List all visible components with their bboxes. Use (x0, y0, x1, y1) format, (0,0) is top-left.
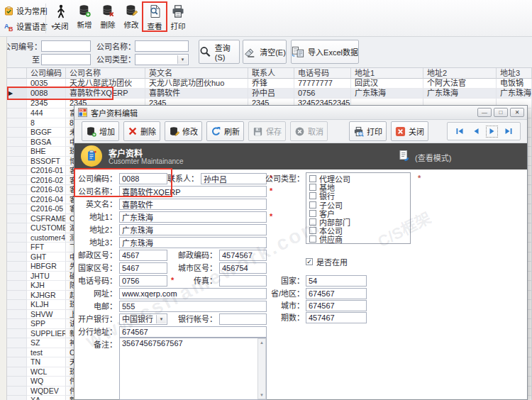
set-language-button[interactable]: AB 设置语言 ▼ (4, 21, 55, 32)
add-record-button[interactable]: 新增 (73, 2, 96, 35)
query-button[interactable]: 查询(S) (199, 40, 240, 64)
checkbox-icon[interactable] (309, 201, 316, 209)
table-row[interactable]: 0035 天龙八部武功团伙 天龙八部武功团伙huo 乔锋 77777777 回武… (7, 79, 532, 89)
table-row-selected[interactable]: ▶ 0088 喜鹊软件XQERP 喜鹊软件 孙中吕 0756 广东珠海 广东珠海… (7, 89, 532, 99)
scroll-down-icon[interactable]: ▼ (260, 393, 264, 397)
company-code-input[interactable] (119, 173, 167, 184)
country-input[interactable] (306, 275, 367, 287)
database-add-icon (78, 2, 91, 17)
cell-company-code: BGGF (27, 128, 66, 138)
view-record-button[interactable]: 查看 (143, 2, 166, 35)
checkbox-icon[interactable] (309, 210, 316, 217)
checkbox-icon[interactable] (309, 175, 316, 182)
nav-prev-button[interactable] (470, 126, 481, 137)
grid-header-contact[interactable]: 联系人 (248, 68, 294, 79)
bank-account-input[interactable] (219, 313, 267, 325)
remark-scrollbar[interactable]: ▲ ▼ (257, 338, 266, 399)
postal-code-input[interactable] (219, 250, 267, 261)
toolbar-separator (45, 4, 46, 33)
branch-address-input[interactable] (119, 326, 267, 338)
minimize-button[interactable]: — (477, 108, 492, 117)
dialog-print-button[interactable]: 打印 (349, 121, 387, 141)
checkbox-checked-icon[interactable]: ✓ (306, 258, 313, 265)
country-zone-input[interactable] (119, 262, 167, 274)
print-button[interactable]: 打印 (167, 2, 189, 35)
cell-company-code: BSSOFT (27, 157, 66, 167)
email-input[interactable] (119, 301, 267, 312)
checkbox-icon[interactable] (309, 218, 316, 226)
checkbox-icon[interactable] (309, 227, 316, 234)
search-icon (199, 45, 211, 58)
website-input[interactable] (119, 288, 267, 299)
contact-input[interactable] (201, 173, 267, 184)
english-name-field-label: 英文名： (76, 199, 117, 210)
fax-input[interactable] (219, 275, 267, 287)
periods-input[interactable] (306, 312, 367, 323)
address2-input[interactable] (119, 224, 267, 235)
close-button[interactable]: ✕ (510, 108, 524, 117)
row-indicator (7, 281, 27, 291)
maximize-button[interactable]: □ (494, 108, 508, 117)
company-name-input[interactable] (119, 186, 267, 197)
nav-first-button[interactable] (454, 126, 465, 137)
chevron-down-icon[interactable]: ▼ (156, 315, 166, 323)
grid-header-address1[interactable]: 地址1 (351, 68, 423, 79)
company-no-from-input[interactable] (41, 40, 91, 52)
grid-header-address2[interactable]: 地址2 (423, 68, 497, 79)
grid-header-phone[interactable]: 电话号码 (294, 68, 351, 79)
close-window-button[interactable]: 关闭 (50, 2, 72, 35)
postal-zone-input[interactable] (119, 250, 167, 261)
grid-header-address3[interactable]: 地址3 (497, 68, 532, 79)
periods-field-label: 期数： (263, 313, 304, 323)
add-label: 新增 (77, 19, 92, 30)
cell-company-code: XA (27, 396, 66, 400)
checkbox-icon[interactable] (309, 192, 316, 199)
phone-input[interactable] (119, 275, 167, 287)
clear-button[interactable]: 清空(E) (243, 40, 287, 64)
dialog-close-button[interactable]: 关闭 (391, 121, 428, 141)
postal-code-field-label: 邮政编码： (170, 250, 217, 261)
dialog-title-bar[interactable]: CS 客户资料编辑 — □ ✕ (74, 106, 527, 120)
company-no-to-input[interactable] (41, 54, 91, 65)
scroll-up-icon[interactable]: ▲ (260, 340, 264, 345)
nav-last-button[interactable] (503, 126, 514, 137)
set-common-button[interactable]: 设为常用 (4, 5, 48, 16)
row-indicator (7, 195, 27, 205)
grid-header-company-code[interactable]: 公司编码 (27, 68, 66, 79)
company-name-field-label: 公司名称： (76, 187, 117, 197)
import-excel-button[interactable]: 导入Excel数据 (291, 40, 359, 64)
address3-input[interactable] (119, 237, 267, 248)
delete-record-button[interactable]: 删除 (96, 2, 119, 35)
remark-textarea[interactable]: 35674567567567 (119, 338, 267, 400)
address1-input[interactable] (119, 211, 267, 223)
city-zone-input[interactable] (219, 262, 267, 274)
main-toolbar: 设为常用 AB 设置语言 ▼ 关闭 新增 删除 修改 (0, 0, 532, 37)
checkbox-icon[interactable] (309, 235, 316, 243)
cell-company-code: CSFRAMEWORK (27, 214, 66, 224)
province-input[interactable] (306, 288, 367, 299)
chevron-down-icon[interactable]: ▼ (177, 55, 187, 64)
nav-next-button[interactable] (487, 126, 497, 137)
modify-record-button[interactable]: 修改 (120, 2, 143, 35)
bank-select[interactable]: 中国银行 ▼ (119, 313, 167, 325)
in-use-checkbox[interactable]: ✓ 是否在用 (306, 256, 348, 267)
company-name-input[interactable] (135, 40, 189, 52)
dialog-modify-button[interactable]: 修改 (165, 121, 202, 141)
cell-company-code: SZ (27, 338, 66, 348)
dialog-refresh-button[interactable]: 刷新 (206, 121, 244, 141)
company-type-select[interactable]: ▼ (135, 54, 189, 65)
company-type-listbox[interactable]: 代理公司 基地 银行 子公司 客 (306, 172, 411, 244)
city-input[interactable] (306, 300, 367, 311)
row-indicator (7, 300, 27, 310)
dialog-banner: 客户资料 Cusomter Maintainance (查看模式) (74, 143, 527, 170)
import-excel-label: 导入Excel数据 (308, 46, 358, 57)
row-indicator (7, 338, 27, 348)
grid-header-english-name[interactable]: 英文名 (145, 68, 248, 79)
grid-header-company-name[interactable]: 公司名称 (66, 68, 145, 79)
row-indicator (7, 138, 27, 148)
english-name-input[interactable] (119, 199, 267, 210)
dialog-add-button[interactable]: 增加 (82, 121, 119, 141)
dialog-delete-button[interactable]: 删除 (123, 121, 160, 141)
checkbox-icon[interactable] (309, 184, 316, 191)
company-type-option[interactable]: 供应商 (309, 235, 407, 243)
